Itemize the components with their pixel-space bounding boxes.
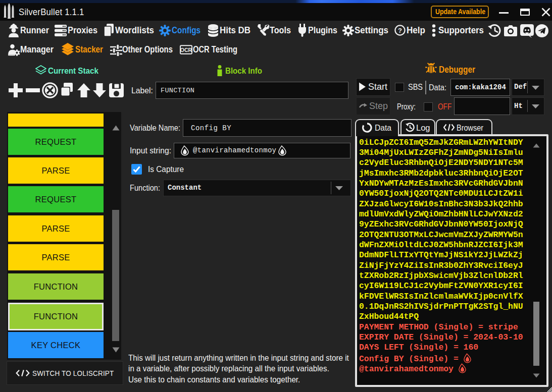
svg-text:OCR: OCR [180, 47, 192, 53]
svg-text:?: ? [398, 27, 402, 34]
